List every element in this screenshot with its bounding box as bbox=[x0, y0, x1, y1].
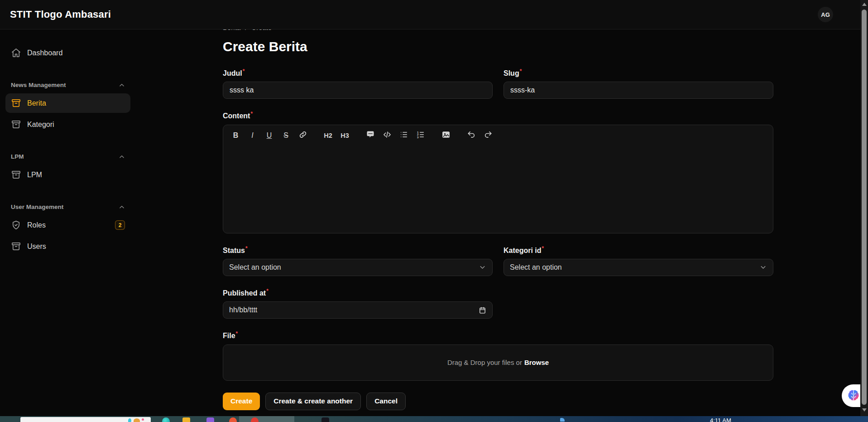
published-at-label: Published at* bbox=[223, 288, 773, 297]
file-field-group: File* Drag & Drop your files or Browse bbox=[223, 330, 773, 380]
link-icon bbox=[298, 130, 307, 141]
sidebar-item-label: Users bbox=[27, 243, 46, 251]
taskbar-app-icon-dark[interactable] bbox=[321, 417, 329, 422]
blockquote-icon bbox=[366, 130, 375, 141]
kategori-id-select[interactable]: Select an option bbox=[504, 259, 773, 276]
scroll-up-arrow-icon[interactable] bbox=[862, 3, 867, 6]
archive-box-icon bbox=[11, 119, 21, 130]
breadcrumb-berita[interactable]: Berita bbox=[223, 29, 240, 31]
slug-input[interactable] bbox=[504, 82, 773, 99]
breadcrumb-separator: / bbox=[245, 29, 247, 31]
required-marker: * bbox=[245, 245, 248, 252]
sidebar-item-berita[interactable]: Berita bbox=[5, 93, 130, 113]
create-and-create-another-button[interactable]: Create & create another bbox=[265, 393, 361, 410]
ordered-list-icon: 123 bbox=[416, 130, 425, 141]
editor-content-area[interactable] bbox=[223, 146, 773, 226]
slug-label: Slug* bbox=[504, 68, 773, 78]
published-at-date-input[interactable]: hh/bb/tttt bbox=[223, 301, 493, 319]
judul-input[interactable] bbox=[223, 82, 493, 99]
home-icon bbox=[11, 48, 21, 58]
sidebar-item-label: Dashboard bbox=[27, 49, 62, 57]
published-at-field-group: Published at* hh/bb/tttt bbox=[223, 288, 773, 319]
link-button[interactable] bbox=[297, 130, 308, 141]
group-header-news-management[interactable]: News Management bbox=[5, 82, 130, 88]
taskbar-app-icon-red[interactable] bbox=[251, 417, 259, 422]
taskbar-app-icon-orange[interactable] bbox=[229, 417, 237, 422]
chevron-up-icon bbox=[119, 154, 125, 160]
content-field-group: Content* B I U S H2 H3 bbox=[223, 111, 773, 233]
user-avatar[interactable]: AG bbox=[818, 7, 833, 22]
heading-2-button[interactable]: H2 bbox=[322, 130, 334, 141]
judul-label: Judul* bbox=[223, 68, 493, 78]
image-icon bbox=[441, 130, 451, 141]
ordered-list-button[interactable]: 123 bbox=[415, 130, 426, 141]
content-label: Content* bbox=[223, 111, 773, 120]
bold-button[interactable]: B bbox=[230, 130, 241, 141]
scroll-down-arrow-icon[interactable] bbox=[862, 408, 867, 412]
undo-button[interactable] bbox=[465, 130, 477, 141]
tray-network-icon[interactable] bbox=[560, 418, 565, 422]
file-dropzone[interactable]: Drag & Drop your files or Browse bbox=[223, 344, 773, 381]
topbar: STIT Tlogo Ambasari AG bbox=[0, 0, 860, 29]
sidebar-item-kategori[interactable]: Kategori bbox=[5, 115, 130, 134]
sidebar-item-label: Roles bbox=[27, 221, 46, 229]
italic-button[interactable]: I bbox=[247, 130, 258, 141]
breadcrumb-create: Create bbox=[251, 29, 272, 31]
select-placeholder: Select an option bbox=[229, 263, 281, 272]
redo-button[interactable] bbox=[482, 130, 494, 141]
svg-text:3: 3 bbox=[417, 136, 419, 139]
search-deco-pink bbox=[142, 418, 144, 421]
brain-icon bbox=[847, 389, 860, 403]
heading-3-button[interactable]: H3 bbox=[339, 130, 350, 141]
roles-count-badge: 2 bbox=[115, 220, 125, 230]
sidebar-group-lpm: LPM LPM bbox=[5, 153, 130, 184]
required-marker: * bbox=[520, 68, 522, 74]
main-content: Berita / Create Create Berita Judul* Slu… bbox=[136, 29, 860, 416]
blockquote-button[interactable] bbox=[364, 130, 376, 141]
chevron-up-icon bbox=[119, 82, 125, 88]
sidebar-item-users[interactable]: Users bbox=[5, 237, 130, 256]
heading-3-icon: H3 bbox=[340, 132, 349, 139]
chevron-down-icon bbox=[759, 263, 767, 271]
strikethrough-button[interactable]: S bbox=[280, 130, 292, 141]
taskbar-search-box[interactable] bbox=[20, 417, 151, 422]
strikethrough-icon: S bbox=[283, 131, 288, 140]
windows-taskbar: 4:11 AM bbox=[0, 416, 868, 422]
required-marker: * bbox=[542, 245, 544, 252]
image-button[interactable] bbox=[440, 130, 451, 141]
scrollbar-thumb[interactable] bbox=[862, 10, 867, 405]
undo-icon bbox=[467, 130, 476, 141]
browse-link[interactable]: Browse bbox=[524, 359, 549, 366]
vertical-scrollbar bbox=[860, 0, 868, 416]
form-actions: Create Create & create another Cancel bbox=[223, 393, 773, 410]
sidebar-item-dashboard[interactable]: Dashboard bbox=[5, 43, 130, 63]
taskbar-app-icon-purple[interactable] bbox=[206, 417, 214, 422]
group-header-lpm[interactable]: LPM bbox=[5, 153, 130, 160]
underline-button[interactable]: U bbox=[264, 130, 275, 141]
search-deco-cyan bbox=[128, 418, 131, 422]
brand-title[interactable]: STIT Tlogo Ambasari bbox=[10, 9, 111, 20]
sidebar-item-roles[interactable]: Roles 2 bbox=[5, 215, 130, 235]
chevron-down-icon bbox=[479, 263, 486, 271]
taskbar-app-icon-yellow[interactable] bbox=[182, 417, 190, 422]
sidebar: Dashboard News Management Berita Kategor… bbox=[0, 29, 136, 416]
group-header-user-management[interactable]: User Management bbox=[5, 204, 130, 210]
cancel-button[interactable]: Cancel bbox=[366, 393, 406, 410]
required-marker: * bbox=[266, 288, 269, 294]
archive-box-icon bbox=[11, 241, 21, 252]
create-button[interactable]: Create bbox=[223, 393, 260, 410]
file-label: File* bbox=[223, 330, 773, 340]
select-placeholder: Select an option bbox=[510, 263, 562, 272]
taskbar-app-icon-teal[interactable] bbox=[162, 417, 170, 422]
bullet-list-button[interactable] bbox=[398, 130, 409, 141]
status-label: Status* bbox=[223, 245, 493, 255]
bold-icon: B bbox=[233, 131, 239, 140]
italic-icon: I bbox=[251, 131, 253, 140]
code-block-button[interactable] bbox=[381, 130, 393, 141]
breadcrumb: Berita / Create bbox=[223, 29, 773, 31]
calendar-icon[interactable] bbox=[479, 306, 486, 314]
sidebar-item-lpm[interactable]: LPM bbox=[5, 165, 130, 184]
dropzone-text: Drag & Drop your files or bbox=[447, 359, 522, 366]
system-clock[interactable]: 4:11 AM bbox=[710, 417, 731, 422]
status-select[interactable]: Select an option bbox=[223, 259, 493, 276]
